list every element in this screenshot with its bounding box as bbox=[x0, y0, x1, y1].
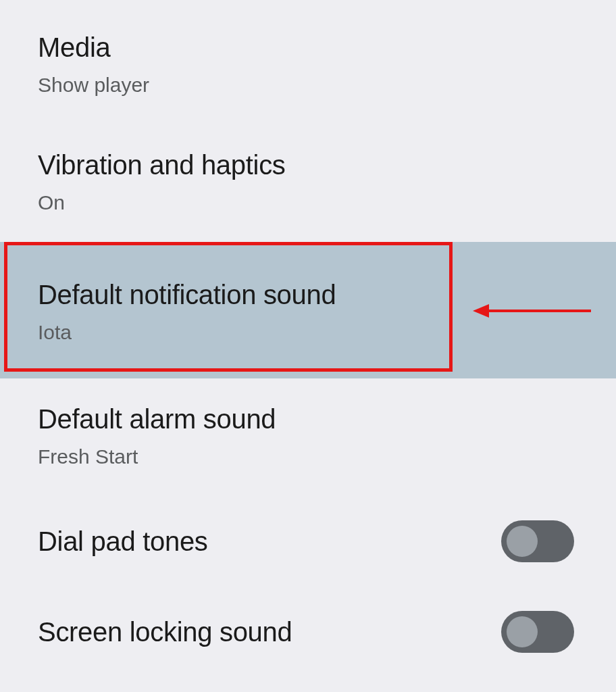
toggle-dial-pad-tones[interactable] bbox=[501, 520, 574, 562]
toggle-screen-locking-sound[interactable] bbox=[501, 611, 574, 653]
setting-title-dial-pad: Dial pad tones bbox=[38, 525, 208, 558]
setting-vibration-haptics[interactable]: Vibration and haptics On bbox=[0, 124, 616, 242]
setting-dial-pad-tones[interactable]: Dial pad tones bbox=[0, 496, 616, 587]
settings-list: Media Show player Vibration and haptics … bbox=[0, 0, 616, 677]
setting-title-alarm-sound: Default alarm sound bbox=[38, 403, 276, 435]
setting-title-screen-lock: Screen locking sound bbox=[38, 616, 292, 648]
setting-title-media: Media bbox=[38, 31, 149, 64]
setting-default-alarm-sound[interactable]: Default alarm sound Fresh Start bbox=[0, 378, 616, 496]
setting-text: Dial pad tones bbox=[38, 525, 208, 558]
setting-text: Default notification sound Iota bbox=[38, 278, 336, 345]
setting-subtitle-media: Show player bbox=[38, 73, 149, 97]
setting-title-vibration: Vibration and haptics bbox=[38, 149, 286, 181]
setting-text: Default alarm sound Fresh Start bbox=[38, 403, 276, 469]
setting-text: Media Show player bbox=[38, 31, 149, 97]
setting-media[interactable]: Media Show player bbox=[0, 0, 616, 124]
setting-screen-locking-sound[interactable]: Screen locking sound bbox=[0, 587, 616, 677]
setting-default-notification-sound[interactable]: Default notification sound Iota bbox=[0, 242, 616, 378]
setting-text: Screen locking sound bbox=[38, 616, 292, 648]
setting-subtitle-alarm-sound: Fresh Start bbox=[38, 445, 276, 469]
setting-title-notification-sound: Default notification sound bbox=[38, 278, 336, 311]
toggle-knob bbox=[507, 616, 538, 647]
toggle-knob bbox=[507, 526, 538, 557]
setting-subtitle-notification-sound: Iota bbox=[38, 320, 336, 345]
setting-subtitle-vibration: On bbox=[38, 191, 286, 215]
setting-text: Vibration and haptics On bbox=[38, 149, 286, 215]
